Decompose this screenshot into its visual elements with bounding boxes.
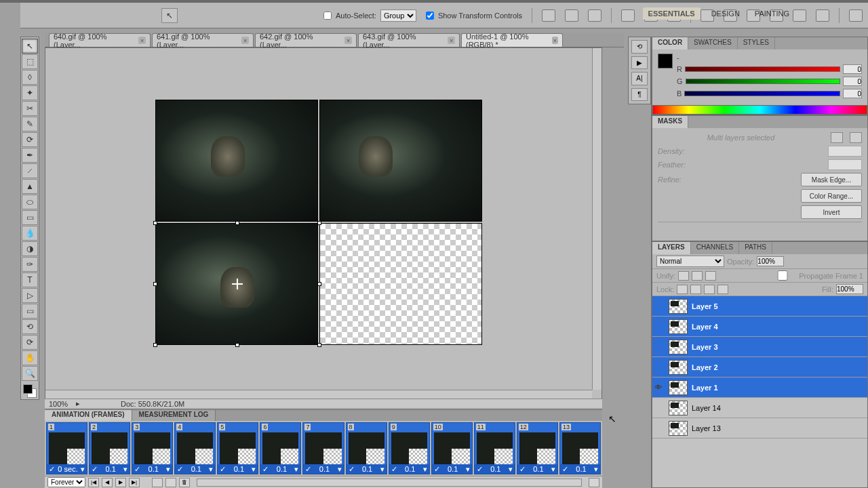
tab-channels[interactable]: CHANNELS [691,242,739,254]
close-icon[interactable]: × [138,37,146,44]
animation-frame[interactable]: 2✓0.1▾ [89,422,130,474]
animation-frame[interactable]: 6✓0.1▾ [260,422,301,474]
lock-trans-icon[interactable] [677,285,688,294]
actions-icon[interactable]: ▶ [631,56,648,70]
layer-row[interactable]: Layer 1 [652,378,867,398]
layer-row[interactable]: Layer 2 [652,357,867,378]
visibility-icon[interactable] [655,302,665,311]
document-tab[interactable]: 643.gif @ 100% (Layer...× [358,33,460,47]
unify-vis-icon[interactable] [692,271,703,281]
document-tab[interactable]: 642.gif @ 100% (Layer...× [255,33,357,47]
lock-all-icon[interactable] [717,285,728,294]
animation-frame[interactable]: 3✓0.1▾ [132,422,173,474]
blend-mode-select[interactable]: Normal [656,256,724,267]
tab-layers[interactable]: LAYERS [652,242,691,254]
mask-footer-2[interactable] [667,224,677,234]
auto-select-mode[interactable]: Group [380,9,416,22]
healing-tool[interactable]: ⟳ [22,132,38,147]
crop-tool[interactable]: ✂ [22,101,38,116]
animation-frame[interactable]: 12✓0.1▾ [517,422,558,474]
play-icon[interactable]: ▶ [115,478,126,487]
character-icon[interactable]: A| [631,72,648,85]
visibility-icon[interactable] [655,363,665,372]
document-tab[interactable]: 641.gif @ 100% (Layer...× [152,33,254,47]
opacity-input[interactable] [757,256,784,266]
align-top-icon[interactable] [542,9,555,22]
tween-icon[interactable] [152,478,163,487]
loop-select[interactable]: Forever [47,477,85,487]
auto-align-icon[interactable] [849,9,863,22]
workspace-design[interactable]: DESIGN [707,7,744,20]
eraser-tool[interactable]: ⬭ [22,195,38,209]
close-icon[interactable]: × [344,37,352,44]
animation-frame[interactable]: 5✓0.1▾ [217,422,258,474]
first-frame-icon[interactable]: |◀ [88,478,99,487]
layer-row[interactable]: Layer 13 [652,418,867,439]
workspace-painting[interactable]: PAINTING [751,7,793,20]
tab-measurement-log[interactable]: MEASUREMENT LOG [132,410,216,421]
layer-row[interactable]: Layer 14 [652,398,867,418]
dodge-tool[interactable]: ◑ [22,241,38,256]
show-transform-checkbox[interactable] [426,12,434,20]
unify-pos-icon[interactable] [678,271,689,281]
3d-camera-tool[interactable]: ⟳ [22,335,38,350]
tab-animation-frames[interactable]: ANIMATION (FRAMES) [45,410,132,421]
layer-row[interactable]: Layer 5 [652,296,867,317]
stamp-tool[interactable]: ⟋ [22,163,38,178]
eyedropper-tool[interactable]: ✎ [22,117,38,131]
unify-style-icon[interactable] [705,271,716,281]
align-bottom-icon[interactable] [588,9,601,22]
type-tool[interactable]: T [22,272,38,287]
visibility-icon[interactable] [655,424,665,433]
fill-input[interactable] [836,284,863,294]
timeline-scrollbar[interactable] [197,479,582,487]
layer-row[interactable]: Layer 3 [652,337,867,357]
animation-frame[interactable]: 7✓0.1▾ [302,422,344,474]
convert-timeline-icon[interactable] [589,478,599,487]
tab-swatches[interactable]: SWATCHES [688,37,738,49]
blue-value[interactable] [843,89,862,98]
feather-input[interactable] [828,159,862,170]
zoom-readout[interactable]: 100% [49,400,76,408]
color-spectrum[interactable] [652,105,867,115]
green-value[interactable] [843,77,862,86]
animation-frame[interactable]: 1✓0 sec.▾ [46,422,87,474]
history-brush-tool[interactable]: ▲ [22,179,38,194]
blue-slider[interactable] [684,91,840,96]
canvas-scrollbar-vertical[interactable] [592,48,601,390]
animation-frame[interactable]: 13✓0.1▾ [559,422,601,474]
3d-tool[interactable]: ⟲ [22,319,38,334]
lasso-tool[interactable]: ◊ [22,70,38,85]
brush-tool[interactable]: ✒ [22,148,38,163]
tab-paths[interactable]: PATHS [739,242,772,254]
propagate-checkbox[interactable] [769,270,796,281]
visibility-icon[interactable] [655,403,665,413]
wand-tool[interactable]: ✦ [22,85,38,100]
close-icon[interactable]: × [552,37,558,44]
gradient-tool[interactable]: ▭ [22,210,38,225]
lock-pos-icon[interactable] [704,285,715,294]
hand-tool[interactable]: ✋ [22,350,38,365]
zoom-menu-icon[interactable]: ▸ [76,399,80,408]
align-left-icon[interactable] [621,9,635,22]
mask-trash-icon[interactable] [852,224,862,234]
mask-footer-1[interactable] [658,224,667,234]
zoom-tool[interactable]: 🔍 [22,366,38,381]
pixel-mask-icon[interactable] [831,132,843,143]
vector-mask-icon[interactable] [850,132,862,143]
tab-color[interactable]: COLOR [652,37,688,49]
density-input[interactable] [828,146,862,157]
document-canvas[interactable] [155,100,484,345]
shape-tool[interactable]: ▭ [22,304,38,319]
animation-frame[interactable]: 8✓0.1▾ [346,422,387,474]
mask-edge-button[interactable]: Mask Edge... [801,173,862,186]
color-chips[interactable] [23,384,37,398]
align-vcenter-icon[interactable] [565,9,578,22]
move-tool[interactable]: ↖ [22,39,38,54]
paragraph-icon[interactable]: ¶ [631,88,648,102]
marquee-tool[interactable]: ⬚ [22,54,38,69]
workspace-essentials[interactable]: ESSENTIALS [643,7,701,20]
animation-frame[interactable]: 4✓0.1▾ [174,422,216,474]
color-range-button[interactable]: Color Range... [801,189,862,203]
tab-styles[interactable]: STYLES [738,37,775,49]
